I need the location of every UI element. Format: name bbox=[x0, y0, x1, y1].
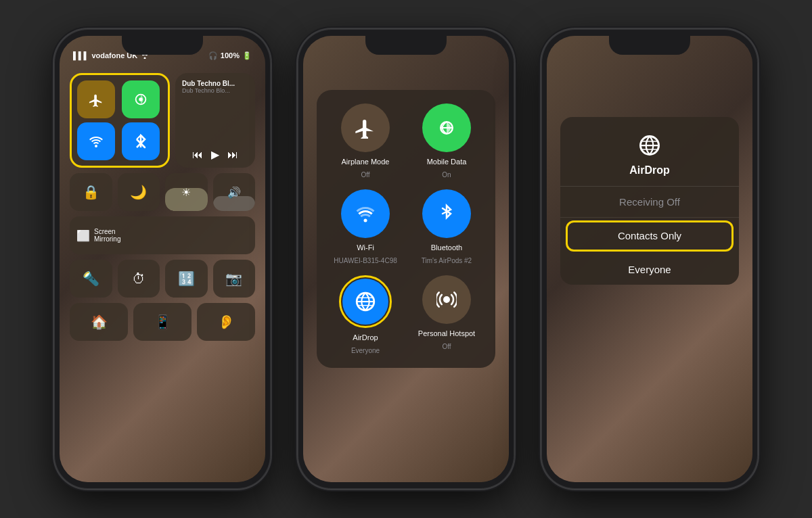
iphone-2: Airplane Mode Off Mobile Data On bbox=[298, 29, 514, 489]
phone2-screen: Airplane Mode Off Mobile Data On bbox=[303, 36, 509, 482]
notch-1 bbox=[122, 36, 203, 55]
home-btn[interactable]: 🏠 bbox=[70, 303, 128, 341]
bluetooth-expanded-icon bbox=[422, 189, 471, 238]
cc-row5: 🏠 📱 👂 bbox=[70, 303, 255, 341]
brightness-slider[interactable]: ☀ bbox=[165, 173, 208, 211]
cc-row2: 🔒 🌙 ☀ 🔊 bbox=[70, 173, 255, 211]
contacts-only-label: Contacts Only bbox=[618, 230, 681, 241]
hotspot-expanded-sub: Off bbox=[442, 343, 451, 350]
remote-btn[interactable]: 📱 bbox=[133, 303, 191, 341]
battery-label: 100% bbox=[221, 51, 240, 60]
hotspot-expanded-btn[interactable]: Personal Hotspot Off bbox=[411, 275, 482, 354]
connectivity-block bbox=[70, 73, 170, 168]
cc-top-row: Dub Techno Bl... Dub Techno Blo... ⏮ ▶ ⏭ bbox=[70, 73, 255, 168]
camera-icon: 📷 bbox=[225, 270, 242, 287]
calculator-icon: 🔢 bbox=[178, 270, 195, 287]
svg-point-0 bbox=[144, 57, 146, 59]
notch-2 bbox=[365, 36, 447, 55]
airdrop-highlight-ring bbox=[339, 275, 392, 328]
airdrop-icon-wrapper bbox=[339, 275, 392, 328]
airdrop-menu-header: AirDrop bbox=[560, 117, 739, 187]
notch-3 bbox=[609, 36, 690, 55]
do-not-disturb-btn[interactable]: 🌙 bbox=[118, 173, 160, 211]
play-icon[interactable]: ▶ bbox=[211, 148, 219, 161]
accessibility-btn[interactable]: 👂 bbox=[197, 303, 255, 341]
bluetooth-btn[interactable] bbox=[122, 122, 160, 160]
timer-icon: ⏱ bbox=[132, 271, 145, 287]
ear-icon: 👂 bbox=[218, 314, 235, 330]
airplane-expanded-sub: Off bbox=[361, 171, 369, 179]
contacts-only-highlight: Contacts Only bbox=[566, 220, 734, 252]
volume-icon: 🔊 bbox=[227, 186, 241, 199]
iphone-3: AirDrop Receiving Off Contacts Only Ever… bbox=[541, 29, 758, 489]
svg-point-11 bbox=[444, 297, 449, 302]
bluetooth-expanded-btn[interactable]: Bluetooth Tim's AirPods #2 bbox=[411, 189, 482, 264]
calculator-btn[interactable]: 🔢 bbox=[165, 260, 208, 298]
timer-btn[interactable]: ⏱ bbox=[118, 260, 160, 298]
airplane-mode-btn[interactable] bbox=[77, 80, 115, 118]
headphones-icon: 🎧 bbox=[208, 51, 218, 60]
flashlight-btn[interactable]: 🔦 bbox=[70, 260, 112, 298]
airdrop-menu-title: AirDrop bbox=[629, 164, 670, 176]
cc-row4: 🔦 ⏱ 🔢 📷 bbox=[70, 260, 255, 298]
wifi-expanded-icon bbox=[341, 189, 390, 238]
signal-bars-icon: ▌▌▌ bbox=[73, 51, 89, 60]
mobile-data-expanded-sub: On bbox=[442, 171, 451, 179]
svg-point-3 bbox=[95, 145, 97, 147]
music-title: Dub Techno Bl... bbox=[182, 80, 248, 87]
svg-point-6 bbox=[364, 219, 367, 222]
music-controls[interactable]: ⏮ ▶ ⏭ bbox=[182, 148, 248, 161]
rewind-icon[interactable]: ⏮ bbox=[192, 149, 203, 161]
airdrop-expanded-icon bbox=[342, 279, 388, 325]
mobile-data-expanded-label: Mobile Data bbox=[427, 158, 467, 166]
bluetooth-expanded-label: Bluetooth bbox=[431, 243, 462, 252]
airdrop-contacts-only-option[interactable]: Contacts Only bbox=[566, 220, 734, 252]
remote-icon: 📱 bbox=[154, 314, 171, 330]
fastforward-icon[interactable]: ⏭ bbox=[227, 149, 238, 161]
bluetooth-expanded-sub: Tim's AirPods #2 bbox=[422, 257, 472, 264]
phone1-screen: ▌▌▌ vodafone UK 🎧 100% 🔋 bbox=[60, 36, 265, 482]
wifi-btn[interactable] bbox=[77, 122, 115, 160]
airdrop-expanded-label: AirDrop bbox=[353, 333, 378, 342]
airdrop-expanded-btn[interactable]: AirDrop Everyone bbox=[330, 275, 401, 354]
airdrop-menu-icon bbox=[635, 131, 664, 160]
mobile-data-expanded-btn[interactable]: Mobile Data On bbox=[411, 103, 482, 179]
screen-mirroring-btn[interactable]: ⬜ ScreenMirroring bbox=[70, 216, 255, 254]
airplane-expanded-btn[interactable]: Airplane Mode Off bbox=[330, 103, 401, 179]
flashlight-icon: 🔦 bbox=[83, 270, 99, 287]
wifi-expanded-sub: HUAWEI-B315-4C98 bbox=[334, 257, 397, 264]
cellular-btn[interactable] bbox=[122, 80, 160, 118]
portrait-lock-btn[interactable]: 🔒 bbox=[70, 173, 112, 211]
airplane-expanded-icon bbox=[341, 103, 390, 152]
airdrop-context-menu: AirDrop Receiving Off Contacts Only Ever… bbox=[560, 117, 739, 285]
hotspot-expanded-icon bbox=[422, 275, 471, 324]
moon-icon: 🌙 bbox=[130, 184, 147, 200]
expanded-connectivity-panel: Airplane Mode Off Mobile Data On bbox=[317, 90, 495, 368]
battery-icon: 🔋 bbox=[242, 51, 252, 60]
wifi-expanded-btn[interactable]: Wi-Fi HUAWEI-B315-4C98 bbox=[330, 189, 401, 264]
wifi-expanded-label: Wi-Fi bbox=[357, 243, 374, 252]
camera-btn[interactable]: 📷 bbox=[213, 260, 256, 298]
lock-rotation-icon: 🔒 bbox=[83, 184, 99, 200]
airdrop-everyone-option[interactable]: Everyone bbox=[560, 254, 739, 285]
cc-row3: ⬜ ScreenMirroring bbox=[70, 216, 255, 254]
status-right-1: 🎧 100% 🔋 bbox=[208, 51, 252, 60]
hotspot-expanded-label: Personal Hotspot bbox=[418, 329, 475, 337]
iphone-1: ▌▌▌ vodafone UK 🎧 100% 🔋 bbox=[54, 29, 271, 489]
mirroring-icon: ⬜ bbox=[76, 229, 90, 242]
mobile-data-expanded-icon bbox=[422, 103, 471, 152]
brightness-icon: ☀ bbox=[181, 186, 191, 199]
airdrop-receiving-off-option[interactable]: Receiving Off bbox=[560, 187, 739, 218]
svg-point-2 bbox=[139, 97, 143, 101]
control-center-panel: Dub Techno Bl... Dub Techno Blo... ⏮ ▶ ⏭… bbox=[70, 73, 255, 469]
mirroring-label: ScreenMirroring bbox=[94, 228, 120, 243]
music-info: Dub Techno Bl... Dub Techno Blo... bbox=[182, 80, 248, 94]
home-icon: 🏠 bbox=[91, 314, 108, 330]
phone3-screen: AirDrop Receiving Off Contacts Only Ever… bbox=[547, 36, 752, 482]
airplane-expanded-label: Airplane Mode bbox=[342, 158, 390, 166]
music-subtitle: Dub Techno Blo... bbox=[182, 87, 248, 94]
everyone-label: Everyone bbox=[628, 264, 671, 275]
music-widget: Dub Techno Bl... Dub Techno Blo... ⏮ ▶ ⏭ bbox=[175, 73, 255, 168]
airdrop-expanded-sub: Everyone bbox=[351, 347, 380, 354]
volume-slider[interactable]: 🔊 bbox=[213, 173, 256, 211]
